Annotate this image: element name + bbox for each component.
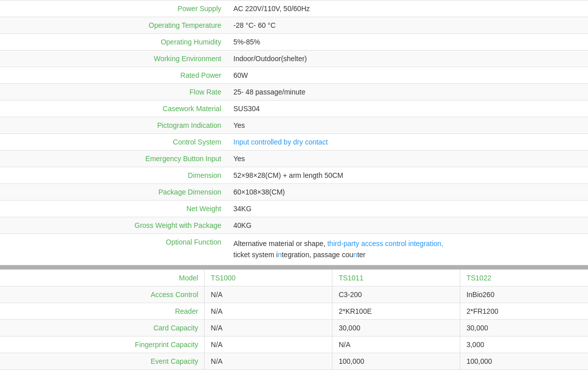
spec-value: Yes [227,117,588,134]
model-value: 30,000 [332,319,460,336]
spec-row: Dimension52×98×28(CM) + arm length 50CM [0,167,588,184]
spec-value: Alternative material or shape, third-par… [227,234,588,265]
spec-value: 60×108×38(CM) [227,184,588,201]
spec-row: Net Weight34KG [0,201,588,217]
spec-row: Operating Temperature-28 °C- 60 °C [0,17,588,34]
spec-label: Rated Power [0,67,227,84]
optional-line-2: ticket system integration, passage count… [233,249,582,260]
spec-value: -28 °C- 60 °C [227,17,588,34]
model-value: C3-200 [332,286,460,303]
spec-value: AC 220V/110V, 50/60Hz [227,1,588,17]
spec-value: Yes [227,151,588,167]
model-label: Reader [0,303,205,319]
model-value: 3,000 [460,336,588,353]
optional-line-1: Alternative material or shape, third-par… [233,238,582,249]
model-label: Fingerprint Capacity [0,336,205,353]
model-label: Event Capacity [0,353,205,369]
spec-label: Pictogram Indication [0,117,227,134]
spec-row: Power SupplyAC 220V/110V, 50/60Hz [0,1,588,17]
spec-value: 40KG [227,217,588,234]
spec-value: 52×98×28(CM) + arm length 50CM [227,167,588,184]
spec-label: Control System [0,134,227,151]
model-value: N/A [332,336,460,353]
spec-row: Gross Weight with Package40KG [0,217,588,234]
model-value: 100,000 [460,353,588,369]
spec-label: Operating Temperature [0,17,227,34]
spec-row: Flow Rate25- 48 passage/minute [0,84,588,101]
model-row: Card CapacityN/A30,00030,000 [0,319,588,336]
spec-value: 60W [227,67,588,84]
spec-value: 25- 48 passage/minute [227,84,588,101]
spec-row: Casework MaterialSUS304 [0,101,588,117]
spec-value: 34KG [227,201,588,217]
model-row: Access ControlN/AC3-200InBio260 [0,286,588,303]
model-value: N/A [205,336,332,353]
spec-label: Operating Humidity [0,34,227,51]
spec-row: Emergency Button InputYes [0,151,588,167]
model-value: 2*FR1200 [460,303,588,319]
section-divider [0,265,588,269]
spec-row: Rated Power60W [0,67,588,84]
model-value: TS1022 [460,269,588,286]
model-value: 2*KR100E [332,303,460,319]
model-table: ModelTS1000TS1011TS1022Access ControlN/A… [0,269,588,370]
model-value: N/A [205,353,332,369]
model-value: N/A [205,286,332,303]
model-value: 100,000 [332,353,460,369]
spec-label: Casework Material [0,101,227,117]
spec-label: Working Environment [0,51,227,67]
spec-row: Control SystemInput controlled by dry co… [0,134,588,151]
spec-row: Pictogram IndicationYes [0,117,588,134]
model-value: N/A [205,303,332,319]
spec-value: Input controlled by dry contact [227,134,588,151]
spec-row: Working EnvironmentIndoor/Outdoor(shelte… [0,51,588,67]
specs-table: Power SupplyAC 220V/110V, 50/60HzOperati… [0,0,588,265]
model-value: 30,000 [460,319,588,336]
model-label: Access Control [0,286,205,303]
spec-row: Operating Humidity5%-85% [0,34,588,51]
spec-label: Optional Function [0,234,227,265]
spec-label: Power Supply [0,1,227,17]
spec-value: Indoor/Outdoor(shelter) [227,51,588,67]
spec-row: Optional FunctionAlternative material or… [0,234,588,265]
spec-value: 5%-85% [227,34,588,51]
model-value: N/A [205,319,332,336]
spec-label: Gross Weight with Package [0,217,227,234]
spec-label: Emergency Button Input [0,151,227,167]
model-row: ReaderN/A2*KR100E2*FR1200 [0,303,588,319]
model-value: InBio260 [460,286,588,303]
spec-label: Flow Rate [0,84,227,101]
spec-label: Dimension [0,167,227,184]
model-row: Fingerprint CapacityN/AN/A3,000 [0,336,588,353]
model-row: ModelTS1000TS1011TS1022 [0,269,588,286]
model-row: Event CapacityN/A100,000100,000 [0,353,588,369]
spec-label: Package Dimension [0,184,227,201]
model-value: TS1011 [332,269,460,286]
spec-label: Net Weight [0,201,227,217]
spec-row: Package Dimension60×108×38(CM) [0,184,588,201]
model-value: TS1000 [205,269,332,286]
model-label: Card Capacity [0,319,205,336]
model-label: Model [0,269,205,286]
spec-value: SUS304 [227,101,588,117]
